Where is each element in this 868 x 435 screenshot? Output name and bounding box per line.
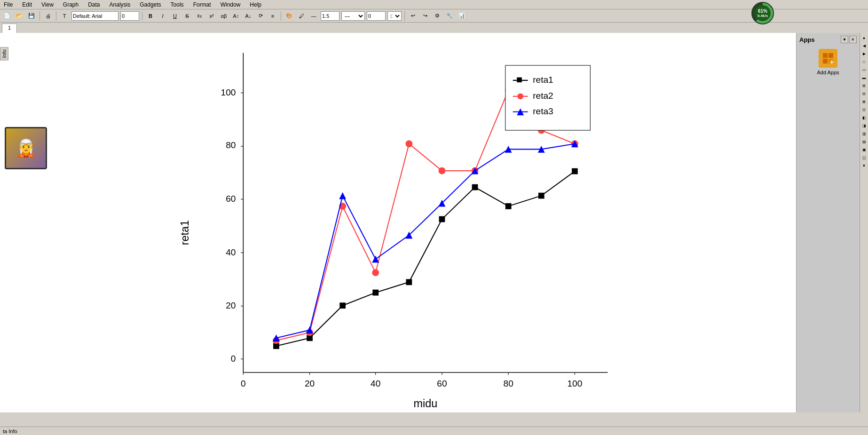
vert-btn-2[interactable]: ◀ <box>860 42 868 49</box>
greek-btn[interactable]: αβ <box>219 11 229 21</box>
bold-btn[interactable]: B <box>145 11 156 21</box>
font-icon[interactable]: T <box>59 11 70 21</box>
sep3 <box>142 11 142 21</box>
svg-text:reta1: reta1 <box>179 220 191 245</box>
svg-text:40: 40 <box>226 247 236 257</box>
toolbar1: 📄 📂 💾 🖨 T B I U S x₂ x² αβ A↑ A↓ ⟳ ≡ 🎨 🖊… <box>0 9 868 23</box>
open-btn[interactable]: 📂 <box>14 11 24 21</box>
vert-btn-7[interactable]: ⊞ <box>860 82 868 89</box>
misc2-btn[interactable]: 🔧 <box>444 11 455 21</box>
svg-text:reta3: reta3 <box>533 106 553 116</box>
vert-btn-17[interactable]: ▼ <box>860 162 868 169</box>
tabbar: 1 <box>0 23 868 33</box>
vert-btn-13[interactable]: ▥ <box>860 130 868 137</box>
vert-btn-6[interactable]: ▬ <box>860 74 868 81</box>
menu-analysis[interactable]: Analysis <box>108 0 133 9</box>
svg-rect-32 <box>372 290 379 296</box>
chart-svg: 0 20 40 60 80 100 0 <box>0 33 796 412</box>
menu-view[interactable]: View <box>39 0 55 9</box>
info-tab[interactable]: Info <box>0 47 8 60</box>
box-style-select[interactable]: □ <box>387 11 402 21</box>
menu-help[interactable]: Help <box>248 0 263 9</box>
apps-title: Apps <box>799 36 815 43</box>
sep5 <box>404 11 405 21</box>
add-apps-icon: + <box>819 49 837 68</box>
box-width-input[interactable] <box>367 11 386 21</box>
add-apps-button[interactable]: + Add Apps <box>799 46 857 78</box>
sep2 <box>56 11 56 21</box>
vert-btn-11[interactable]: ◧ <box>860 114 868 121</box>
vert-btn-14[interactable]: ▤ <box>860 138 868 145</box>
vert-btn-3[interactable]: ▶ <box>860 50 868 57</box>
svg-text:20: 20 <box>226 301 236 310</box>
svg-rect-35 <box>472 184 478 190</box>
vert-btn-12[interactable]: ◨ <box>860 122 868 129</box>
misc1-btn[interactable]: ⚙ <box>432 11 442 21</box>
svg-rect-31 <box>339 302 346 308</box>
vert-btn-9[interactable]: ⊠ <box>860 98 868 105</box>
svg-point-64 <box>517 93 523 99</box>
svg-text:reta1: reta1 <box>533 75 553 85</box>
new-btn[interactable]: 📄 <box>2 11 12 21</box>
font-name-input[interactable] <box>71 11 118 21</box>
vert-btn-4[interactable]: □ <box>860 58 868 65</box>
menu-tools[interactable]: Tools <box>169 0 186 9</box>
vert-btn-8[interactable]: ⊟ <box>860 90 868 97</box>
svg-text:100: 100 <box>567 379 582 388</box>
italic-btn[interactable]: I <box>158 11 168 21</box>
line-style-select[interactable]: — -- <box>341 11 365 21</box>
print-btn[interactable]: 🖨 <box>43 11 53 21</box>
line-width-input[interactable] <box>321 11 339 21</box>
vert-btn-1[interactable]: ▲ <box>860 34 868 41</box>
undo-btn[interactable]: ↩ <box>408 11 418 21</box>
main-layout: Info 🧝 0 20 40 60 <box>0 33 868 412</box>
menu-data[interactable]: Data <box>86 0 102 9</box>
svg-point-43 <box>405 140 412 147</box>
svg-rect-33 <box>406 279 412 285</box>
menu-graph[interactable]: Graph <box>61 0 80 9</box>
menu-format[interactable]: Format <box>191 0 213 9</box>
svg-text:80: 80 <box>226 140 236 150</box>
superscript-btn[interactable]: x² <box>206 11 217 21</box>
sep4 <box>281 11 281 21</box>
vert-btn-10[interactable]: ⊡ <box>860 106 868 113</box>
misc3-btn[interactable]: 📊 <box>457 11 467 21</box>
menu-file[interactable]: File <box>2 0 15 9</box>
strikethrough-btn[interactable]: S <box>182 11 192 21</box>
subscript-btn[interactable]: x₂ <box>194 11 205 21</box>
redo-btn[interactable]: ↪ <box>420 11 430 21</box>
svg-rect-36 <box>505 203 512 209</box>
svg-rect-38 <box>572 168 578 174</box>
align-btn[interactable]: ≡ <box>268 11 278 21</box>
statusbar: ta Info <box>0 427 868 435</box>
smaller-btn[interactable]: A↓ <box>243 11 253 21</box>
fill-color-btn[interactable]: 🎨 <box>284 11 294 21</box>
vert-btn-15[interactable]: ▣ <box>860 146 868 153</box>
status-text: ta Info <box>3 428 17 434</box>
menu-gadgets[interactable]: Gadgets <box>138 0 163 9</box>
apps-expand-btn[interactable]: ▼ <box>841 36 848 43</box>
rotate-btn[interactable]: ⟳ <box>255 11 266 21</box>
svg-text:midu: midu <box>414 397 438 410</box>
menu-window[interactable]: Window <box>219 0 243 9</box>
larger-btn[interactable]: A↑ <box>231 11 241 21</box>
save-btn[interactable]: 💾 <box>26 11 37 21</box>
svg-point-42 <box>372 269 379 276</box>
border-color-btn[interactable]: 🖊 <box>296 11 307 21</box>
svg-rect-69 <box>823 53 828 58</box>
anime-avatar: 🧝 <box>5 127 47 169</box>
svg-rect-71 <box>823 59 828 63</box>
vert-btn-5[interactable]: ▭ <box>860 66 868 73</box>
vert-btn-16[interactable]: ◫ <box>860 154 868 161</box>
svg-text:+: + <box>830 58 834 65</box>
underline-btn[interactable]: U <box>170 11 180 21</box>
line-color-btn[interactable]: — <box>308 11 319 21</box>
svg-rect-61 <box>517 78 522 83</box>
svg-text:20: 20 <box>305 379 315 388</box>
font-size-input[interactable] <box>120 11 139 21</box>
svg-text:reta2: reta2 <box>533 91 553 101</box>
menu-edit[interactable]: Edit <box>20 0 34 9</box>
tab-1[interactable]: 1 <box>2 24 17 33</box>
apps-close-btn[interactable]: ✕ <box>849 36 857 43</box>
svg-text:0: 0 <box>241 379 246 388</box>
